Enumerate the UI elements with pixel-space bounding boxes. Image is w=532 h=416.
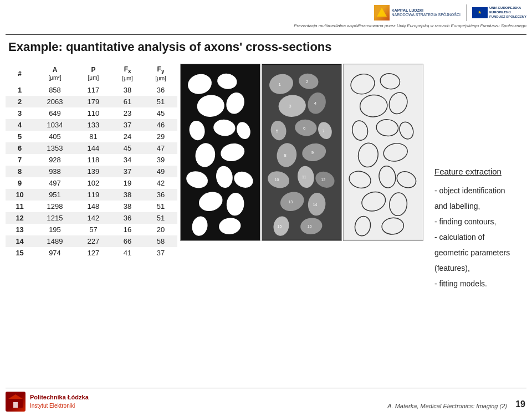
table-row: 1112981483851 [6, 201, 177, 212]
table-cell-3: 34 [111, 154, 144, 166]
table-row: 89381393749 [6, 166, 177, 177]
axon-image-gray: 1 2 3 4 5 6 7 8 9 10 11 [262, 64, 342, 241]
table-row: 1414892276658 [6, 235, 177, 247]
svg-marker-0 [377, 8, 387, 17]
svg-text:10: 10 [275, 178, 279, 182]
table-row: 220631796151 [6, 96, 177, 107]
table-row: 109511193836 [6, 189, 177, 201]
feature-extraction-section: Feature extraction object identification… [423, 64, 526, 383]
table-cell-2: 117 [76, 84, 111, 96]
svg-text:13: 13 [288, 200, 293, 204]
table-cell-0: 7 [6, 154, 34, 166]
page-title: Example: quantitative analysis of axons'… [8, 40, 332, 54]
table-cell-2: 144 [76, 142, 111, 154]
svg-text:7: 7 [322, 129, 324, 133]
eu-text: UNIA EUROPEJSKA EUROPEJSKI FUNDUSZ SPOŁE… [489, 6, 526, 19]
kapitall-icon [374, 5, 390, 20]
table-cell-0: 1 [6, 84, 34, 96]
header-logos: KAPITAŁ LUDZKI NARODOWA STRATEGIA SPÓJNO… [374, 4, 526, 21]
table-cell-2: 139 [76, 166, 111, 177]
svg-text:1: 1 [279, 82, 281, 87]
svg-text:2: 2 [306, 79, 308, 84]
table-cell-2: 119 [76, 189, 111, 201]
table-cell-3: 37 [111, 119, 144, 131]
table-cell-1: 405 [34, 131, 76, 142]
table-cell-0: 9 [6, 177, 34, 189]
table-cell-3: 66 [111, 235, 144, 247]
table-row: 79281183439 [6, 154, 177, 166]
svg-text:11: 11 [302, 175, 306, 179]
table-row: 18581173836 [6, 84, 177, 96]
table-row: 94971021942 [6, 177, 177, 189]
table-cell-4: 42 [144, 177, 177, 189]
svg-text:6: 6 [303, 126, 306, 131]
table-cell-4: 39 [144, 154, 177, 166]
table-cell-4: 45 [144, 107, 177, 119]
table-cell-1: 928 [34, 154, 76, 166]
table-cell-0: 8 [6, 166, 34, 177]
table-row: 36491102345 [6, 107, 177, 119]
svg-text:12: 12 [321, 178, 326, 182]
images-section: 1 2 3 4 5 6 7 8 9 10 11 [180, 64, 423, 241]
logo-kapitall: KAPITAŁ LUDZKI NARODOWA STRATEGIA SPÓJNO… [374, 5, 461, 20]
feature-extraction-title: Feature extraction [434, 167, 518, 176]
table-cell-4: 49 [144, 166, 177, 177]
table-cell-1: 649 [34, 107, 76, 119]
table-row: 410341333746 [6, 119, 177, 131]
table-cell-0: 4 [6, 119, 34, 131]
page-number: 19 [515, 399, 525, 409]
table-cell-1: 938 [34, 166, 76, 177]
table-cell-1: 951 [34, 189, 76, 201]
table-row: 159741274137 [6, 247, 177, 259]
table-cell-1: 1489 [34, 235, 76, 247]
table-cell-0: 3 [6, 107, 34, 119]
table-cell-3: 16 [111, 224, 144, 235]
feature-extraction-list: object identification and labelling,find… [434, 183, 518, 291]
axon-image-outline [343, 64, 423, 241]
svg-text:14: 14 [313, 203, 318, 207]
logo-eu: ★ UNIA EUROPEJSKA EUROPEJSKI FUNDUSZ SPO… [472, 6, 526, 19]
table-cell-2: 110 [76, 107, 111, 119]
table-cell-2: 57 [76, 224, 111, 235]
table-row: 613531444547 [6, 142, 177, 154]
table-cell-3: 38 [111, 189, 144, 201]
table-cell-2: 127 [76, 247, 111, 259]
table-cell-3: 41 [111, 247, 144, 259]
table-cell-4: 20 [144, 224, 177, 235]
table-cell-0: 10 [6, 189, 34, 201]
main-content: # A[μm²] P[μm] Fx[μm] Fy[μm] 18581173836… [6, 64, 526, 383]
svg-text:15: 15 [278, 224, 282, 228]
table-cell-1: 1034 [34, 119, 76, 131]
kapitall-text: KAPITAŁ LUDZKI NARODOWA STRATEGIA SPÓJNO… [392, 8, 461, 18]
table-cell-0: 2 [6, 96, 34, 107]
table-cell-0: 12 [6, 212, 34, 224]
table-cell-2: 133 [76, 119, 111, 131]
col-header-fx: Fx[μm] [111, 64, 144, 84]
svg-text:9: 9 [311, 150, 314, 155]
table-cell-3: 24 [111, 131, 144, 142]
table-cell-2: 148 [76, 201, 111, 212]
table-row: 1212151423651 [6, 212, 177, 224]
col-header-fy: Fy[μm] [144, 64, 177, 84]
table-row: 13195571620 [6, 224, 177, 235]
table-cell-0: 11 [6, 201, 34, 212]
data-table-section: # A[μm²] P[μm] Fx[μm] Fy[μm] 18581173836… [6, 64, 177, 383]
feature-list-item: calculation of geometric parameters (fea… [434, 229, 518, 276]
axon-image-black [180, 64, 260, 241]
svg-text:5: 5 [276, 129, 279, 133]
table-cell-0: 6 [6, 142, 34, 154]
university-logo [6, 392, 25, 412]
table-cell-0: 13 [6, 224, 34, 235]
table-cell-4: 29 [144, 131, 177, 142]
table-cell-4: 58 [144, 235, 177, 247]
table-cell-3: 38 [111, 201, 144, 212]
top-divider [6, 34, 526, 35]
table-cell-0: 14 [6, 235, 34, 247]
table-row: 5405812429 [6, 131, 177, 142]
eu-flag-icon: ★ [472, 7, 488, 18]
table-cell-4: 36 [144, 189, 177, 201]
col-header-p: P[μm] [76, 64, 111, 84]
table-cell-4: 37 [144, 247, 177, 259]
bottom-divider [6, 388, 526, 388]
table-cell-1: 195 [34, 224, 76, 235]
